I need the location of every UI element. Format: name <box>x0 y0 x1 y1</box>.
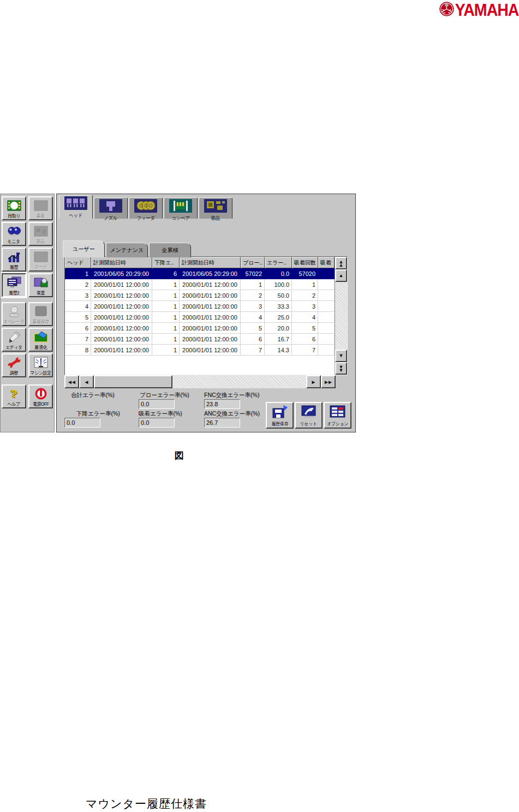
sidebar-item-setup[interactable]: 段取り <box>2 196 26 220</box>
device-icon <box>29 274 52 290</box>
cell <box>318 334 335 345</box>
cell: 2000/01/01 12:00:00 <box>180 279 241 290</box>
tab-feeder[interactable]: フィーダ <box>129 197 163 219</box>
cell: 4 <box>65 301 91 312</box>
vertical-scrollbar[interactable]: ▲▲ ▲ ▼ ▼▼ <box>335 257 347 375</box>
cell: 25.0 <box>265 312 292 323</box>
tab-conveyor[interactable]: コンベア <box>164 197 198 219</box>
cell: 2000/01/01 12:00:00 <box>180 345 241 356</box>
scroll-top-button[interactable]: ▲▲ <box>335 257 347 269</box>
cell: 57020 <box>292 268 318 279</box>
mounter-history-window: 段取り 基板 モニタ <box>0 194 356 432</box>
sidebar-item-history[interactable]: 履歴 <box>2 248 26 272</box>
fnc-error-rate-label: FNC交換エラー率(%) <box>204 392 259 399</box>
cell: 2000/01/01 12:00:00 <box>180 312 241 323</box>
cell: 6 <box>292 334 318 345</box>
table-row[interactable]: 5 2000/01/01 12:00:00 1 2000/01/01 12:00… <box>65 312 335 323</box>
fnc-error-rate-value: 23.8 <box>204 399 240 409</box>
cell <box>318 268 335 279</box>
subtab-maintenance[interactable]: メンテナンス <box>106 243 148 257</box>
table-row[interactable]: 6 2000/01/01 12:00:00 1 2000/01/01 12:00… <box>65 323 335 334</box>
subtab-cumulative[interactable]: 全累積 <box>149 243 191 257</box>
sidebar-item-board: 基板 <box>28 196 53 220</box>
reset-button[interactable]: リセット <box>295 402 323 429</box>
horizontal-scroll-track[interactable] <box>172 375 306 388</box>
sidebar-item-label: 段取り <box>8 213 20 219</box>
cell: 3 <box>292 301 318 312</box>
horizontal-scrollbar[interactable]: ◄◄ ◄ ► ►► <box>64 375 336 388</box>
table-row[interactable]: 1 2001/06/05 20:29:00 6 2001/06/05 20:29… <box>65 268 335 279</box>
sidebar-item-device[interactable]: 装置 <box>28 273 53 297</box>
cell: 20.0 <box>265 323 292 334</box>
wrench-icon <box>3 354 25 370</box>
scroll-up-button[interactable]: ▲ <box>335 269 347 282</box>
history-icon <box>3 249 25 264</box>
cell: 2000/01/01 12:00:00 <box>180 323 241 334</box>
options-icon <box>330 405 346 421</box>
scroll-bottom-button[interactable]: ▼▼ <box>335 362 347 375</box>
tab-head[interactable]: ヘッド <box>59 195 93 219</box>
sidebar-item-parts: 部品 <box>28 222 53 246</box>
tab-strip: ヘッド ノズル フィーダ <box>59 195 232 219</box>
sidebar-item-label: モニタ <box>8 239 20 244</box>
cell <box>318 312 335 323</box>
scroll-end-button[interactable]: ►► <box>321 375 336 388</box>
action-label: 履歴保存 <box>271 422 288 426</box>
subtab-user[interactable]: ユーザー <box>63 240 105 257</box>
sidebar-item-operator: オペレータ <box>2 302 26 326</box>
sidebar-item-monitor[interactable]: モニタ <box>2 222 26 246</box>
scroll-down-button[interactable]: ▼ <box>335 350 347 362</box>
horizontal-scroll-thumb[interactable] <box>94 375 172 388</box>
descent-error-rate-value: 0.0 <box>64 418 100 428</box>
sidebar-item-optimize[interactable]: 最適化 <box>28 328 53 352</box>
sidebar-item-mark: マーク <box>28 248 53 272</box>
cell: 5 <box>241 323 265 334</box>
cell: 2 <box>292 290 318 301</box>
cell: 6 <box>241 334 265 345</box>
parts-icon <box>29 223 52 239</box>
descent-error-rate-label: 下降エラー率(%) <box>76 410 120 418</box>
table-row[interactable]: 8 2000/01/01 12:00:00 1 2000/01/01 12:00… <box>65 345 335 356</box>
cell <box>318 279 335 290</box>
table-row[interactable]: 3 2000/01/01 12:00:00 1 2000/01/01 12:00… <box>65 290 335 301</box>
machine-settings-icon <box>29 354 52 370</box>
cell: 3 <box>65 290 91 301</box>
operator-icon <box>3 303 25 319</box>
sidebar-item-help[interactable]: ? ヘルプ <box>2 384 26 408</box>
sidebar-item-editor[interactable]: エディタ <box>2 328 26 352</box>
figure-caption: 図 <box>175 449 184 462</box>
scroll-right-button[interactable]: ► <box>306 375 321 388</box>
column-header: エラー.. <box>265 257 292 268</box>
yamaha-wordmark: YAMAHA <box>455 2 519 19</box>
tab-label: ノズル <box>104 215 118 221</box>
cell: 2000/01/01 12:00:00 <box>180 301 241 312</box>
options-button[interactable]: オプション <box>324 402 351 429</box>
table-row[interactable]: 7 2000/01/01 12:00:00 1 2000/01/01 12:00… <box>65 334 335 345</box>
tab-parts[interactable]: 部品 <box>199 197 232 219</box>
column-header: ブロー.. <box>241 257 265 268</box>
cell: 8 <box>65 345 91 356</box>
tab-nozzle[interactable]: ノズル <box>94 197 128 219</box>
cell: 14.3 <box>265 345 292 356</box>
cell: 7 <box>65 334 91 345</box>
sidebar-item-machine-settings[interactable]: マシン設定 <box>28 353 53 377</box>
arrow-down-icon: ▼ <box>339 353 344 358</box>
sidebar-item-power-off[interactable]: 電源OFF <box>28 384 53 408</box>
save-history-button[interactable]: 履歴保存 <box>266 402 294 429</box>
table-header-row: ヘッド 計測開始日時 下降エ.. 計測開始日時 ブロー.. エラー.. 吸着回数… <box>65 257 335 268</box>
sidebar-item-label: ヘルプ <box>8 401 20 407</box>
history-panel: ヘッド ノズル フィーダ <box>56 194 356 432</box>
table-row[interactable]: 4 2000/01/01 12:00:00 1 2000/01/01 12:00… <box>65 301 335 312</box>
cell: 4 <box>241 312 265 323</box>
cell: 2000/01/01 12:00:00 <box>91 301 152 312</box>
column-header: 計測開始日時 <box>91 257 152 268</box>
nozzle-icon <box>99 199 122 215</box>
scroll-left-button[interactable]: ◄ <box>79 375 94 388</box>
sidebar-item-history2[interactable]: 履歴2 <box>2 273 26 297</box>
table-row[interactable]: 2 2000/01/01 12:00:00 1 2000/01/01 12:00… <box>65 279 335 290</box>
vertical-scroll-track[interactable] <box>335 282 347 350</box>
column-header: 吸着回数 <box>292 257 318 268</box>
sidebar-item-adjust[interactable]: 調整 <box>2 353 26 377</box>
scroll-home-button[interactable]: ◄◄ <box>64 375 79 388</box>
anc-error-rate-label: ANC交換エラー率(%) <box>204 410 260 418</box>
